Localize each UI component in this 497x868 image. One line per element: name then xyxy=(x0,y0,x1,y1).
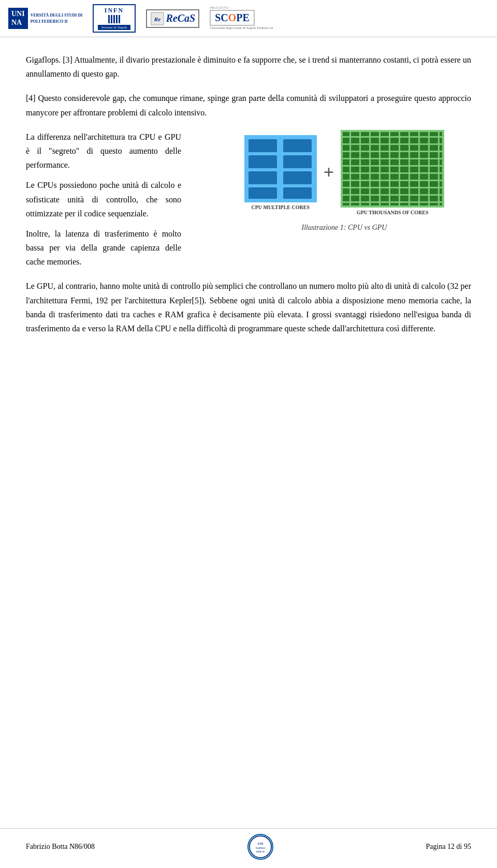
uni-abbreviation: UNINA xyxy=(8,8,28,30)
svg-rect-9 xyxy=(248,187,277,199)
page-footer: Fabrizio Botta N86/008 UNI NAPOLI FED. I… xyxy=(0,828,497,868)
footer-page-info: Pagina 12 di 95 xyxy=(426,843,472,851)
diagrams-row: CPU MULTIPLE CORES + // Generated via JS… xyxy=(244,130,445,216)
svg-text:UNI: UNI xyxy=(257,842,263,845)
infn-decoration xyxy=(108,15,120,23)
svg-rect-13 xyxy=(343,132,442,205)
infn-section: Sezione di Napoli xyxy=(98,25,130,30)
plus-sign: + xyxy=(324,158,334,188)
svg-rect-6 xyxy=(283,155,312,168)
svg-rect-4 xyxy=(283,139,312,152)
paragraph-3c: Inoltre, la latenza di trasferimento è m… xyxy=(26,227,181,269)
page-content: Gigaflops. [3] Attualmente, il divario p… xyxy=(0,37,497,387)
svg-text:NAPOLI: NAPOLI xyxy=(255,847,265,849)
infn-logo: INFN Sezione di Napoli xyxy=(93,4,135,33)
gpu-diagram-unit: // Generated via JS below GPU THOUSANDS … xyxy=(341,130,444,216)
cpu-diagram-label: CPU MULTIPLE CORES xyxy=(252,204,310,211)
paragraph-1: Gigaflops. [3] Attualmente, il divario p… xyxy=(26,53,471,81)
svg-rect-8 xyxy=(283,171,312,184)
paragraph-4: Le GPU, al contrario, hanno molte unità … xyxy=(26,279,471,335)
page-header: UNINA VERSITÀ DEGLI STUDI DIPOLI FEDERIC… xyxy=(0,0,497,37)
scope-university: Università degli Studi di Napoli Federic… xyxy=(210,26,273,31)
footer-author: Fabrizio Botta N86/008 xyxy=(26,843,95,851)
svg-text:Re: Re xyxy=(153,16,160,22)
infn-label: INFN xyxy=(105,7,124,14)
svg-rect-7 xyxy=(248,171,277,184)
svg-text:FED. II: FED. II xyxy=(256,850,265,853)
two-col-section: CPU MULTIPLE CORES + // Generated via JS… xyxy=(26,130,471,269)
recas-logo: Re ReCaS xyxy=(146,9,200,28)
gpu-svg: // Generated via JS below xyxy=(341,130,444,208)
scope-project-label: Progetto xyxy=(210,6,228,10)
paragraph-3a: La differenza nell'architettura tra CPU … xyxy=(26,130,181,172)
scope-main-label: SCOPE xyxy=(210,10,255,26)
svg-rect-3 xyxy=(248,139,277,152)
university-logo: UNINA VERSITÀ DEGLI STUDI DIPOLI FEDERIC… xyxy=(8,8,82,30)
recas-label: ReCaS xyxy=(166,12,196,24)
logos-container: UNINA VERSITÀ DEGLI STUDI DIPOLI FEDERIC… xyxy=(8,4,489,33)
svg-rect-10 xyxy=(283,187,312,199)
cpu-gpu-diagram-container: CPU MULTIPLE CORES + // Generated via JS… xyxy=(217,130,471,233)
cpu-svg xyxy=(244,135,317,202)
uni-name: VERSITÀ DEGLI STUDI DIPOLI FEDERICO II xyxy=(31,12,83,24)
footer-logo: UNI NAPOLI FED. II xyxy=(247,834,273,860)
text-column: La differenza nell'architettura tra CPU … xyxy=(26,130,181,269)
recas-icon: Re xyxy=(150,11,165,26)
footer-logo-svg: UNI NAPOLI FED. II xyxy=(248,834,272,859)
paragraph-3b: Le CPUs possiedono poche unità di calcol… xyxy=(26,178,181,220)
gpu-diagram-label: GPU THOUSANDS OF CORES xyxy=(357,209,429,216)
paragraph-2: [4] Questo considerevole gap, che comunq… xyxy=(26,91,471,119)
diagram-column: CPU MULTIPLE CORES + // Generated via JS… xyxy=(217,130,471,233)
illustration-caption: Illustrazione 1: CPU vs GPU xyxy=(302,222,387,233)
svg-rect-5 xyxy=(248,155,277,168)
scope-logo: Progetto SCOPE Università degli Studi di… xyxy=(210,6,273,31)
cpu-diagram-unit: CPU MULTIPLE CORES xyxy=(244,135,317,211)
